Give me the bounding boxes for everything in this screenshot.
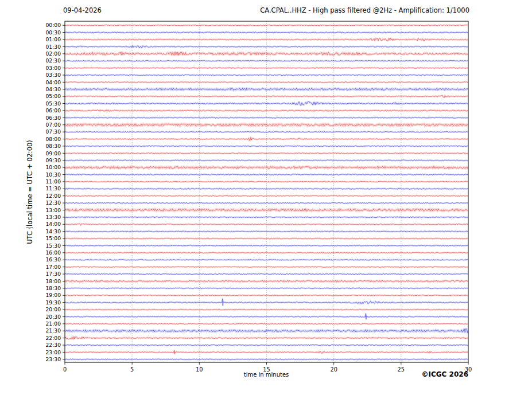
y-tick-label-04:30: 04:30 (46, 86, 61, 92)
y-tick-label-16:30: 16:30 (46, 256, 61, 263)
y-tick-label-20:00: 20:00 (46, 306, 61, 312)
y-tick-label-21:00: 21:00 (46, 320, 61, 327)
x-tick-label-0: 0 (63, 366, 67, 373)
y-tick-label-15:30: 15:30 (46, 242, 61, 249)
y-tick-label-12:00: 12:00 (46, 193, 61, 199)
y-tick-label-23:30: 23:30 (46, 356, 61, 362)
y-tick-label-12:30: 12:30 (46, 200, 61, 206)
y-tick-label-10:30: 10:30 (46, 171, 61, 178)
y-tick-label-22:00: 22:00 (46, 335, 61, 341)
y-tick-label-18:30: 18:30 (46, 285, 61, 291)
copyright-text: ©ICGC 2026 (421, 370, 468, 378)
y-tick-label-13:30: 13:30 (46, 214, 61, 220)
axes: 00:0000:3001:0001:3002:0002:3003:0003:30… (46, 21, 472, 373)
y-tick-label-16:00: 16:00 (46, 249, 61, 256)
y-tick-label-06:30: 06:30 (46, 115, 61, 121)
helicorder-page: 09-04-2026 CA.CPAL..HHZ - High pass filt… (0, 0, 532, 399)
trace-halo-05:00 (65, 96, 468, 97)
y-tick-label-06:00: 06:00 (46, 107, 61, 114)
y-tick-label-01:00: 01:00 (46, 36, 61, 42)
trace-halo-20:30 (65, 314, 468, 319)
y-tick-label-13:00: 13:00 (46, 207, 61, 213)
y-tick-label-03:00: 03:00 (46, 65, 61, 71)
x-tick-label-20: 20 (330, 366, 337, 373)
x-axis-title: time in minutes (244, 371, 289, 378)
traces (65, 25, 468, 360)
y-tick-label-10:00: 10:00 (46, 164, 61, 170)
y-tick-label-07:00: 07:00 (46, 122, 61, 128)
y-tick-label-00:30: 00:30 (46, 29, 61, 36)
y-tick-label-19:30: 19:30 (46, 299, 61, 306)
y-tick-label-22:30: 22:30 (46, 342, 61, 348)
y-tick-label-09:00: 09:00 (46, 150, 61, 157)
y-tick-label-05:00: 05:00 (46, 93, 61, 99)
gridlines (132, 21, 401, 362)
y-tick-label-11:00: 11:00 (46, 178, 61, 185)
y-tick-label-09:30: 09:30 (46, 157, 61, 163)
x-tick-label-10: 10 (196, 366, 203, 373)
y-tick-label-02:00: 02:00 (46, 50, 61, 57)
helicorder-plot: 00:0000:3001:0001:3002:0002:3003:0003:30… (0, 0, 532, 399)
y-tick-label-18:00: 18:00 (46, 278, 61, 284)
y-tick-label-03:30: 03:30 (46, 72, 61, 78)
trace-halo-21:30 (65, 329, 468, 334)
y-tick-label-01:30: 01:30 (46, 44, 61, 50)
y-tick-label-17:00: 17:00 (46, 264, 61, 270)
y-tick-label-19:00: 19:00 (46, 292, 61, 298)
y-tick-label-17:30: 17:30 (46, 271, 61, 277)
y-tick-label-11:30: 11:30 (46, 185, 61, 191)
x-tick-label-5: 5 (130, 366, 134, 373)
y-tick-label-08:00: 08:00 (46, 136, 61, 142)
y-tick-label-05:30: 05:30 (46, 100, 61, 107)
y-tick-label-20:30: 20:30 (46, 314, 61, 320)
y-tick-label-00:00: 00:00 (46, 22, 61, 28)
y-tick-label-21:30: 21:30 (46, 327, 61, 334)
y-tick-label-07:30: 07:30 (46, 128, 61, 135)
y-tick-label-08:30: 08:30 (46, 143, 61, 149)
y-tick-label-04:00: 04:00 (46, 79, 61, 85)
y-tick-label-23:00: 23:00 (46, 349, 61, 355)
x-tick-label-25: 25 (398, 366, 405, 373)
y-tick-label-15:00: 15:00 (46, 235, 61, 241)
y-tick-label-02:30: 02:30 (46, 57, 61, 64)
y-tick-label-14:30: 14:30 (46, 228, 61, 234)
y-tick-label-14:00: 14:00 (46, 221, 61, 227)
